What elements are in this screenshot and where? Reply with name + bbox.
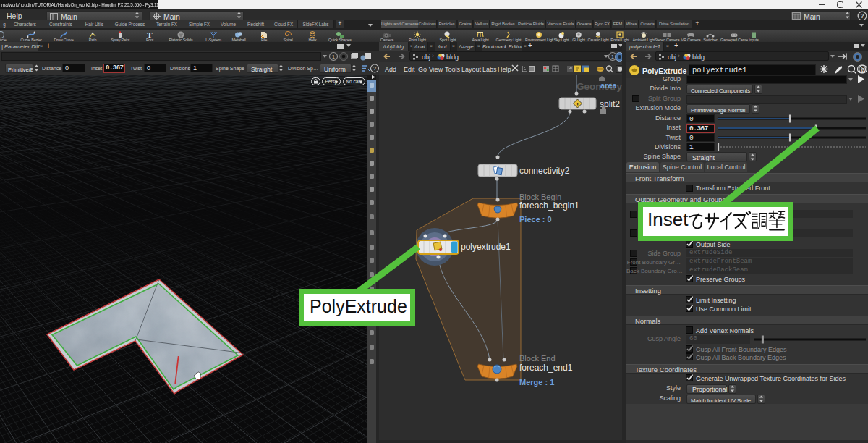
svg-text:polyextrude1: polyextrude1 xyxy=(461,242,511,252)
svg-text:?: ? xyxy=(861,67,865,73)
svg-text:Merge : 1: Merge : 1 xyxy=(519,378,554,387)
svg-text:?: ? xyxy=(860,12,864,20)
svg-text:1: 1 xyxy=(332,54,336,60)
svg-text:Piece : 0: Piece : 0 xyxy=(519,215,552,224)
svg-text:!: ! xyxy=(576,101,579,108)
svg-text:area: area xyxy=(600,81,618,90)
svg-text:Block End: Block End xyxy=(519,354,556,363)
svg-text:foreach_end1: foreach_end1 xyxy=(519,363,573,373)
svg-text:?: ? xyxy=(373,65,377,72)
svg-text:connectivity2: connectivity2 xyxy=(519,166,570,176)
svg-text:foreach_begin1: foreach_begin1 xyxy=(519,201,579,211)
